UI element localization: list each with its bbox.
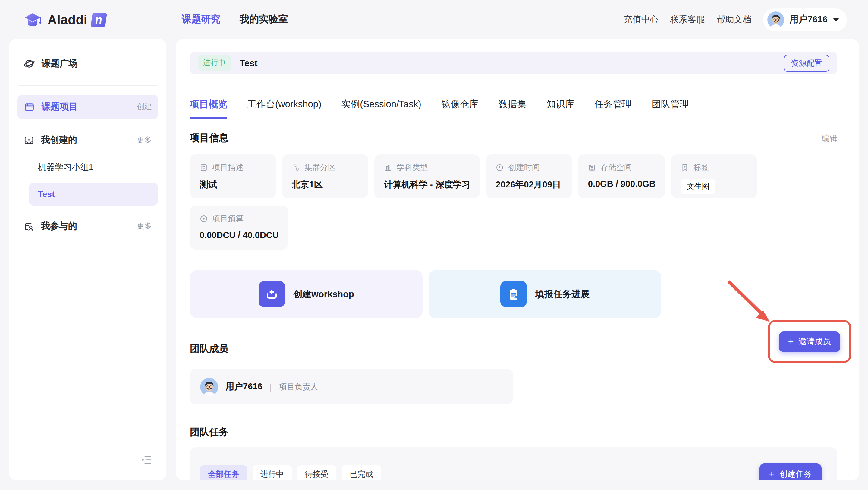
sidebar-item-label: 课题项目 (41, 101, 78, 113)
sidebar: 课题广场 课题项目 创建 我创建的 更多 机器学习小组1 Test (9, 39, 166, 480)
info-card-cluster: 集群分区 北京1区 (282, 154, 368, 198)
sidebar-item-label: 我创建的 (41, 134, 77, 146)
inbox-plus-icon (24, 135, 34, 146)
create-task-button[interactable]: + 创建任务 (759, 463, 822, 480)
target-icon (199, 215, 208, 223)
info-card-budget: 项目预算 0.00DCU / 40.0DCU (190, 206, 288, 249)
member-avatar (200, 377, 218, 396)
bookmark-icon (681, 163, 689, 172)
tab-overview[interactable]: 项目概览 (190, 98, 227, 119)
nav-item-research[interactable]: 课题研究 (182, 13, 220, 26)
tab-task-management[interactable]: 任务管理 (594, 98, 632, 119)
main-panel: 进行中 Test 资源配置 项目概览 工作台(workshop) 实例(Sess… (176, 39, 859, 480)
create-project-link[interactable]: 创建 (137, 102, 152, 112)
annotation-highlight-box: + 邀请成员 (768, 320, 851, 363)
doc-person-icon (24, 221, 34, 232)
sidebar-divider (19, 85, 157, 86)
tab-image-repo[interactable]: 镜像仓库 (441, 98, 478, 119)
sidebar-item-label: 我参与的 (41, 221, 77, 232)
sidebar-item-projects[interactable]: 课题项目 创建 (18, 95, 158, 119)
storage-icon (588, 163, 596, 172)
project-status-bar: 进行中 Test 资源配置 (190, 52, 837, 74)
project-tabs: 项目概览 工作台(workshop) 实例(Session/Task) 镜像仓库… (190, 98, 837, 119)
info-card-description: 项目描述 测试 (190, 154, 276, 198)
logo-text: Aladdi (48, 12, 87, 27)
project-info-heading: 项目信息 (190, 132, 228, 145)
tab-workshop[interactable]: 工作台(workshop) (247, 98, 321, 119)
filter-in-progress[interactable]: 进行中 (253, 465, 292, 480)
chart-icon (384, 163, 393, 172)
team-members-heading: 团队成员 (190, 343, 228, 356)
document-icon (199, 163, 208, 172)
recharge-center-link[interactable]: 充值中心 (624, 14, 658, 25)
create-workshop-card[interactable]: 创建workshop (190, 270, 423, 318)
info-card-tags: 标签 文生图 (671, 154, 757, 198)
info-card-discipline: 学科类型 计算机科学 - 深度学习 (374, 154, 480, 198)
app-window: Aladdi n 课题研究 我的实验室 充值中心 联系客服 帮助文档 用户761… (0, 0, 868, 490)
quick-actions: 创建workshop 填报任务进展 (190, 270, 837, 318)
user-avatar (767, 11, 784, 28)
aladdin-logo[interactable]: Aladdi n (24, 12, 106, 27)
project-title: Test (240, 58, 257, 68)
edit-link[interactable]: 编辑 (822, 133, 837, 144)
info-card-created: 创建时间 2026年02月09日 (486, 154, 572, 198)
tab-session-task[interactable]: 实例(Session/Task) (341, 98, 421, 119)
chevron-down-icon (833, 18, 839, 21)
member-name: 用户7616 (225, 381, 262, 392)
resource-config-button[interactable]: 资源配置 (784, 55, 830, 71)
sidebar-item-plaza[interactable]: 课题广场 (18, 51, 158, 76)
plus-icon: + (769, 471, 775, 478)
folder-icon (24, 101, 35, 113)
tab-dataset[interactable]: 数据集 (498, 98, 527, 119)
header-right: 充值中心 联系客服 帮助文档 用户7616 (624, 8, 847, 31)
cluster-icon (292, 163, 300, 172)
member-separator: | (270, 382, 272, 392)
tab-team-management[interactable]: 团队管理 (652, 98, 689, 119)
inbox-plus-icon (258, 281, 285, 307)
info-card-row: 项目描述 测试 集群分区 北京1区 学科类型 计算机科学 (190, 154, 837, 198)
plus-icon: + (788, 338, 794, 345)
graduation-cap-icon (24, 12, 43, 27)
help-docs-link[interactable]: 帮助文档 (716, 14, 751, 25)
action-label: 创建workshop (293, 288, 354, 300)
planet-icon (24, 58, 35, 69)
member-row: 用户7616 | 项目负责人 (190, 369, 513, 404)
invite-member-button[interactable]: + 邀请成员 (779, 331, 840, 352)
filter-pending-accept[interactable]: 待接受 (297, 465, 336, 480)
contact-support-link[interactable]: 联系客服 (670, 14, 705, 25)
tasks-filter-bar: 全部任务 进行中 待接受 已完成 + 创建任务 (190, 447, 837, 480)
status-badge: 进行中 (198, 56, 231, 70)
info-card-row-2: 项目预算 0.00DCU / 40.0DCU (190, 206, 837, 249)
clock-icon (496, 163, 504, 172)
clipboard-icon (500, 281, 527, 307)
sidebar-item-group[interactable]: 机器学习小组1 (18, 156, 158, 179)
sidebar-item-participated[interactable]: 我参与的 更多 (18, 214, 158, 239)
report-progress-card[interactable]: 填报任务进展 (429, 270, 661, 318)
my-created-more-link[interactable]: 更多 (137, 135, 152, 145)
sidebar-item-my-created[interactable]: 我创建的 更多 (18, 128, 158, 152)
filter-all-tasks[interactable]: 全部任务 (200, 465, 247, 480)
nav-item-my-lab[interactable]: 我的实验室 (240, 13, 288, 26)
logo-last-letter: n (91, 12, 107, 27)
user-name: 用户7616 (789, 14, 828, 25)
sidebar-item-test-project[interactable]: Test (29, 183, 158, 206)
team-tasks-heading: 团队任务 (190, 426, 228, 439)
action-label: 填报任务进展 (535, 288, 590, 300)
collapse-sidebar-icon[interactable] (141, 454, 153, 466)
tag-chip: 文生图 (681, 179, 715, 194)
top-header: Aladdi n 课题研究 我的实验室 充值中心 联系客服 帮助文档 用户761… (0, 0, 868, 39)
participated-more-link[interactable]: 更多 (137, 221, 152, 232)
tab-knowledge-base[interactable]: 知识库 (547, 98, 575, 119)
sidebar-item-label: 课题广场 (41, 58, 78, 69)
primary-nav: 课题研究 我的实验室 (182, 13, 288, 26)
user-menu[interactable]: 用户7616 (763, 8, 847, 31)
info-card-storage: 存储空间 0.0GB / 900.0GB (578, 154, 665, 198)
member-role: 项目负责人 (279, 381, 318, 392)
filter-completed[interactable]: 已完成 (342, 465, 381, 480)
